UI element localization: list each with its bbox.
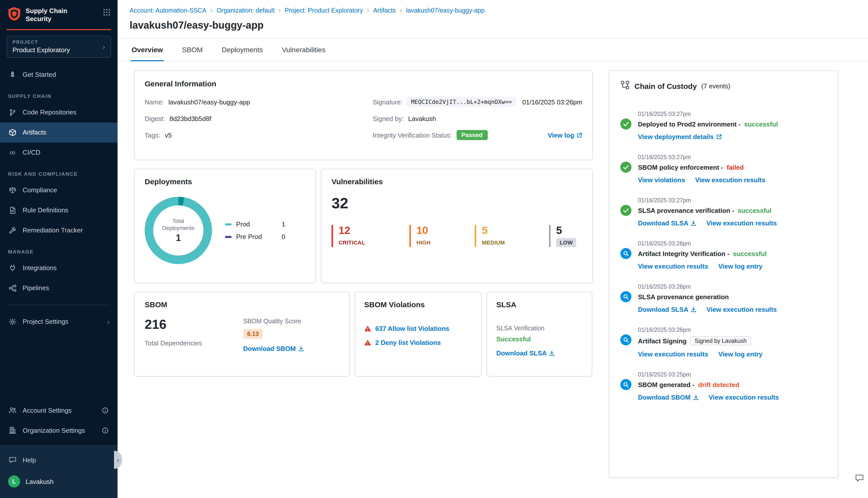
legend-item-preprod: Pre Prod 0 [225, 233, 285, 240]
tags-label: Tags: [145, 131, 160, 139]
project-selector[interactable]: PROJECT Product Exploratory › [7, 35, 111, 57]
sidebar-item-artifacts[interactable]: Artifacts [0, 122, 118, 142]
chevron-separator: › [367, 6, 369, 14]
module-grid-icon[interactable] [103, 6, 111, 18]
external-link-icon [576, 132, 582, 138]
digest-label: Digest: [145, 115, 165, 122]
breadcrumb-project[interactable]: Project: Product Exploratory [285, 7, 363, 14]
event-title: SLSA provenance generation [638, 293, 827, 301]
project-label: PROJECT [13, 39, 103, 44]
download-slsa-link[interactable]: Download SLSA [638, 306, 697, 313]
section-manage: MANAGE [0, 240, 118, 258]
page-title: lavakush07/easy-buggy-app [130, 19, 856, 31]
card-title: SBOM Violations [364, 300, 472, 309]
slsa-card: SLSA SLSA Verification Successful Downlo… [487, 292, 592, 377]
breadcrumb-current[interactable]: lavakush07/easy-buggy-app [406, 7, 485, 14]
view-execution-results-link[interactable]: View execution results [707, 306, 777, 313]
coc-event-sbom-policy: 01/16/2025 03:27pm SBOM policy enforceme… [620, 154, 827, 184]
view-log-entry-link[interactable]: View log entry [718, 350, 763, 358]
breadcrumb-artifacts[interactable]: Artifacts [373, 7, 396, 14]
card-title: SLSA [496, 300, 583, 309]
package-icon [8, 128, 17, 136]
deny-list-violations-link[interactable]: 2 Deny list Violations [375, 339, 441, 346]
chevron-right-icon: › [103, 43, 105, 50]
info-icon [101, 427, 109, 433]
sidebar-item-code-repositories[interactable]: Code Repositories [0, 102, 118, 122]
sidebar-item-help[interactable]: Help [0, 450, 118, 470]
download-sbom-link[interactable]: Download SBOM [243, 345, 304, 352]
view-deployment-details-link[interactable]: View deployment details [638, 133, 722, 141]
sidebar-item-compliance[interactable]: Compliance [0, 180, 118, 200]
sidebar-item-organization-settings[interactable]: Organization Settings [0, 420, 118, 440]
coc-event-artifact-signing: 01/16/2025 03:26pm Artifact Signing Sign… [620, 327, 827, 358]
scales-icon [8, 186, 17, 194]
download-icon [693, 395, 698, 400]
chain-of-custody-icon [620, 80, 630, 92]
signed-by-label: Signed by: [373, 115, 404, 122]
view-violations-link[interactable]: View violations [638, 176, 685, 184]
sidebar-item-pipelines[interactable]: Pipelines [0, 278, 118, 298]
event-title: SBOM generated - drift detected [638, 381, 827, 389]
event-timestamp: 01/16/2025 03:27pm [638, 111, 827, 117]
chevron-separator: › [210, 6, 213, 14]
event-timestamp: 01/16/2025 03:26pm [638, 284, 827, 290]
general-information-card: General Information Name: lavakush07/eas… [134, 70, 593, 160]
chat-icon [8, 456, 17, 464]
integrity-status-label: Integrity Verification Status: [373, 131, 452, 139]
breadcrumb-organization[interactable]: Organization: default [217, 7, 274, 14]
donut-center-value: 1 [176, 233, 181, 244]
signature-label: Signature: [373, 98, 403, 106]
resource-center-chat-icon[interactable] [854, 473, 865, 485]
download-slsa-link[interactable]: Download SLSA [638, 219, 697, 227]
allow-list-violations-link[interactable]: 637 Allow list Violations [375, 325, 449, 332]
event-title: Deployed to Prod2 environment - successf… [638, 120, 827, 128]
section-supply-chain: SUPPLY CHAIN [0, 84, 118, 102]
severity-high: 10 HIGH [410, 225, 431, 247]
warning-icon [364, 339, 371, 346]
sidebar-item-remediation-tracker[interactable]: Remediation Tracker [0, 220, 118, 240]
download-sbom-link[interactable]: Download SBOM [638, 394, 698, 401]
warning-icon [364, 325, 371, 332]
view-execution-results-link[interactable]: View execution results [709, 394, 779, 401]
download-icon [298, 346, 304, 351]
signed-by-value: Lavakush [408, 115, 436, 122]
allow-list-violations-row: 637 Allow list Violations [364, 325, 472, 332]
tab-deployments[interactable]: Deployments [221, 39, 264, 61]
tab-sbom[interactable]: SBOM [181, 39, 204, 61]
card-title: General Information [145, 79, 582, 88]
sidebar-item-rule-definitions[interactable]: Rule Definitions [0, 200, 118, 220]
card-title: Vulnerabilities [332, 177, 582, 186]
scan-step-icon-blue [620, 379, 631, 390]
divider [8, 304, 109, 305]
tab-vulnerabilities[interactable]: Vulnerabilities [281, 39, 326, 61]
view-execution-results-link[interactable]: View execution results [638, 263, 708, 270]
view-execution-results-link[interactable]: View execution results [695, 176, 765, 184]
view-execution-results-link[interactable]: View execution results [638, 350, 708, 358]
breadcrumb-account[interactable]: Account: Automation-SSCA [130, 7, 206, 14]
tab-overview[interactable]: Overview [131, 39, 164, 61]
sidebar-item-get-started[interactable]: Get Started [0, 65, 118, 84]
document-icon [8, 206, 17, 214]
wrench-icon [8, 226, 17, 234]
project-name: Product Exploratory [13, 46, 103, 53]
download-slsa-link[interactable]: Download SLSA [496, 350, 555, 357]
rocket-icon [8, 70, 17, 79]
signed-by-badge: Signed by Lavakush [690, 336, 751, 345]
coc-event-slsa-verification: 01/16/2025 03:27pm SLSA provenance verif… [620, 197, 827, 227]
download-icon [691, 307, 697, 312]
shield-logo-icon [8, 6, 21, 23]
deny-list-violations-row: 2 Deny list Violations [364, 339, 472, 346]
sidebar-item-integrations[interactable]: Integrations [0, 258, 118, 278]
pipeline-step-icon-green [620, 205, 631, 216]
sidebar-item-cicd[interactable]: ∞ CI/CD [0, 142, 118, 162]
view-execution-results-link[interactable]: View execution results [707, 219, 777, 227]
severity-breakdown: 12 CRITICAL 10 HIGH 5 MEDIUM [332, 225, 582, 247]
sidebar-item-account-settings[interactable]: Account Settings [0, 400, 118, 420]
view-log-entry-link[interactable]: View log entry [718, 263, 763, 270]
signature-date: 01/16/2025 03:26pm [522, 98, 582, 106]
sidebar-item-project-settings[interactable]: Project Settings › [0, 312, 118, 331]
view-log-link[interactable]: View log [548, 131, 582, 139]
user-menu[interactable]: L Lavakush [0, 470, 118, 493]
coc-event-sbom-generated: 01/16/2025 03:25pm SBOM generated - drif… [620, 371, 827, 401]
scan-step-icon-blue [620, 335, 631, 345]
